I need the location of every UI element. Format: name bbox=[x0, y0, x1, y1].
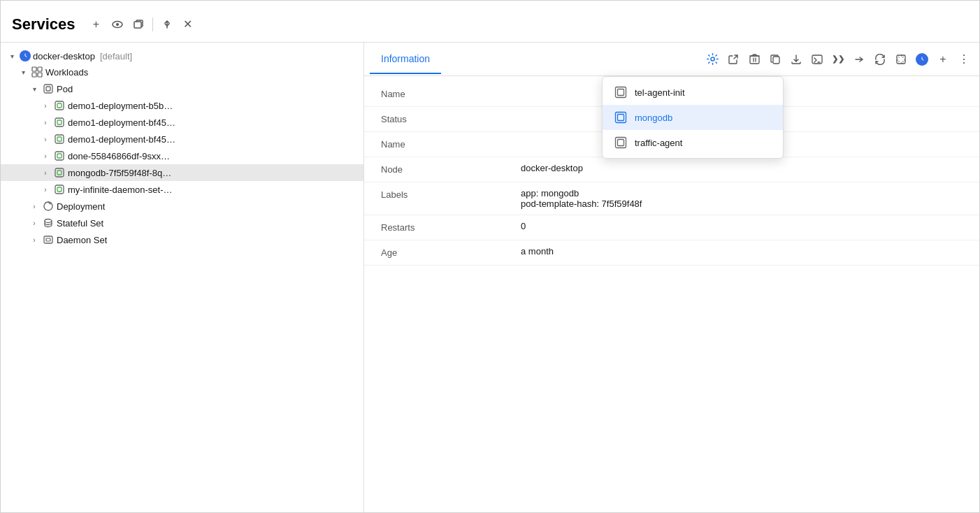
tree-item-demo1-bf45a[interactable]: › demo1-deployment-bf45… bbox=[1, 114, 363, 131]
tree-label-daemon-set: Daemon Set bbox=[57, 235, 107, 245]
info-label-name: Name bbox=[381, 87, 521, 99]
info-value-node: docker-desktop bbox=[521, 163, 963, 173]
cube-icon-done-558 bbox=[53, 150, 66, 162]
exec-button[interactable]: ❯❯ bbox=[828, 50, 848, 69]
tree-item-demo1-b5b[interactable]: › demo1-deployment-b5b… bbox=[1, 97, 363, 114]
cube-icon-demo1-b5b bbox=[53, 99, 66, 112]
tree-item-stateful-set[interactable]: › Stateful Set bbox=[1, 215, 363, 231]
tree-badge-default: [default] bbox=[100, 51, 132, 62]
tree-item-daemon-set[interactable]: › Daemon Set bbox=[1, 231, 363, 248]
forward-button[interactable] bbox=[849, 50, 869, 69]
add-tab-button[interactable]: + bbox=[933, 50, 953, 69]
svg-rect-9 bbox=[46, 87, 50, 91]
info-row-restarts: Restarts 0 bbox=[364, 215, 979, 240]
expand-button[interactable] bbox=[891, 50, 911, 69]
tree-item-mongodb[interactable]: › mongodb-7f5f59f48f-8q… bbox=[1, 164, 363, 181]
settings-button[interactable] bbox=[702, 50, 722, 69]
info-value-labels: app: mongodb pod-template-hash: 7f5f59f4… bbox=[521, 188, 963, 209]
tree-label-my-infinite: my-infinite-daemon-set-… bbox=[68, 185, 173, 195]
svg-point-25 bbox=[710, 57, 714, 61]
info-row-labels: Labels app: mongodb pod-template-hash: 7… bbox=[364, 182, 979, 215]
copy-button[interactable] bbox=[765, 50, 785, 69]
tab-toolbar: ❯❯ bbox=[702, 50, 974, 69]
svg-rect-16 bbox=[55, 152, 64, 160]
tree-item-deployment[interactable]: › Deployment bbox=[1, 198, 363, 215]
cube-icon-demo1-bf45b bbox=[53, 133, 66, 145]
svg-rect-14 bbox=[55, 135, 64, 143]
tree-item-workloads[interactable]: ▾ Workloads bbox=[1, 64, 363, 80]
svg-rect-36 bbox=[618, 140, 624, 146]
dropdown-label-tel-agent-init: tel-agent-init bbox=[635, 87, 685, 98]
info-value-restarts: 0 bbox=[521, 221, 963, 231]
refresh-button[interactable] bbox=[870, 50, 890, 69]
svg-rect-17 bbox=[57, 154, 62, 158]
deployment-icon bbox=[42, 200, 55, 212]
tree-item-my-infinite[interactable]: › my-infinite-daemon-set-… bbox=[1, 181, 363, 198]
k8s-icon bbox=[20, 50, 31, 62]
svg-rect-28 bbox=[812, 55, 822, 64]
svg-rect-8 bbox=[44, 85, 52, 93]
toolbar-divider-1 bbox=[152, 17, 153, 31]
more-button[interactable]: ⋮ bbox=[954, 50, 974, 69]
svg-rect-29 bbox=[897, 55, 905, 64]
daemon-set-icon bbox=[42, 233, 55, 246]
sort-button[interactable] bbox=[157, 15, 177, 34]
svg-rect-4 bbox=[32, 67, 36, 71]
svg-rect-26 bbox=[750, 56, 759, 64]
sidebar: ▾ docker-desktop [default] ▾ Workloads ▾ bbox=[1, 43, 364, 512]
svg-rect-11 bbox=[57, 103, 62, 108]
pod-icon bbox=[42, 82, 55, 95]
new-window-button[interactable] bbox=[129, 15, 148, 34]
expand-icon: ▾ bbox=[6, 50, 17, 62]
expand-daemon-icon: › bbox=[29, 234, 40, 245]
expand-demo1-b5b-icon: › bbox=[40, 100, 51, 111]
info-row-node: Node docker-desktop bbox=[364, 157, 979, 182]
svg-rect-15 bbox=[57, 137, 62, 141]
info-label-name2: Name bbox=[381, 138, 521, 150]
eye-button[interactable] bbox=[108, 15, 127, 34]
tree-label-mongodb: mongodb-7f5f59f48f-8q… bbox=[68, 168, 171, 178]
add-button[interactable]: + bbox=[87, 15, 106, 34]
svg-rect-34 bbox=[618, 115, 624, 121]
svg-rect-18 bbox=[55, 168, 64, 177]
svg-rect-13 bbox=[57, 120, 62, 124]
tab-bar: Information bbox=[364, 43, 979, 76]
svg-rect-2 bbox=[134, 22, 141, 28]
svg-rect-32 bbox=[618, 89, 624, 96]
delete-button[interactable] bbox=[744, 50, 764, 69]
expand-demo1-bf45b-icon: › bbox=[40, 133, 51, 145]
info-label-restarts: Restarts bbox=[381, 221, 521, 233]
header: Services + ✕ bbox=[1, 1, 979, 43]
grid-icon bbox=[31, 66, 43, 78]
tree-item-done-558[interactable]: › done-55846866df-9sxx… bbox=[1, 147, 363, 164]
svg-rect-12 bbox=[55, 118, 64, 127]
tree-item-docker-desktop[interactable]: ▾ docker-desktop [default] bbox=[1, 48, 363, 64]
dropdown-item-traffic-agent[interactable]: traffic-agent bbox=[603, 130, 783, 155]
k8s-button[interactable] bbox=[912, 50, 932, 69]
dropdown-label-mongodb: mongodb bbox=[635, 113, 672, 123]
container-icon-tel-agent-init bbox=[614, 85, 628, 99]
download-button[interactable] bbox=[786, 50, 806, 69]
expand-stateful-icon: › bbox=[29, 217, 40, 229]
svg-point-22 bbox=[45, 219, 52, 223]
tree-label-demo1-bf45a: demo1-deployment-bf45… bbox=[68, 117, 175, 128]
tree-label-stateful-set: Stateful Set bbox=[57, 218, 103, 229]
external-link-button[interactable] bbox=[723, 50, 743, 69]
tree-label-demo1-b5b: demo1-deployment-b5b… bbox=[68, 101, 173, 111]
dropdown-item-mongodb[interactable]: mongodb bbox=[603, 105, 783, 130]
tree-item-pod[interactable]: ▾ Pod bbox=[1, 80, 363, 97]
close-button[interactable]: ✕ bbox=[178, 15, 198, 34]
expand-deployment-icon: › bbox=[29, 201, 40, 212]
page-title: Services bbox=[12, 15, 75, 34]
k8s-tab-icon bbox=[916, 53, 928, 66]
dropdown-label-traffic-agent: traffic-agent bbox=[635, 138, 682, 148]
tree-label-demo1-bf45b: demo1-deployment-bf45… bbox=[68, 134, 175, 145]
tree-item-demo1-bf45b[interactable]: › demo1-deployment-bf45… bbox=[1, 131, 363, 147]
svg-rect-27 bbox=[773, 57, 779, 64]
terminal-button[interactable] bbox=[807, 50, 827, 69]
svg-rect-20 bbox=[55, 185, 64, 194]
svg-rect-35 bbox=[616, 138, 626, 148]
tab-information[interactable]: Information bbox=[370, 45, 441, 74]
info-row-age: Age a month bbox=[364, 240, 979, 266]
dropdown-item-tel-agent-init[interactable]: tel-agent-init bbox=[603, 80, 783, 105]
